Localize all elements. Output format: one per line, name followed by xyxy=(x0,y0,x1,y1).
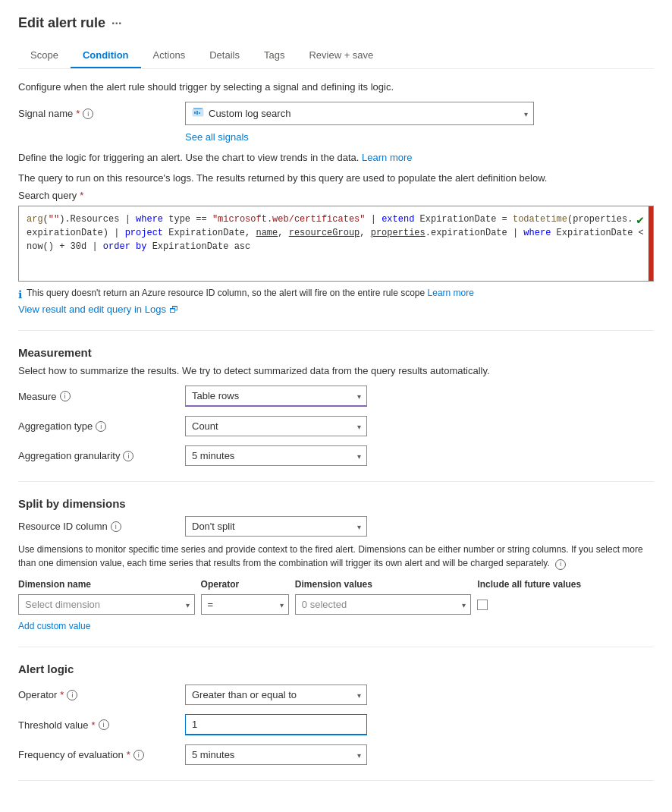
dim-header-name: Dimension name xyxy=(18,579,195,590)
external-link-icon: 🗗 xyxy=(169,304,178,315)
dim-header-operator: Operator xyxy=(201,579,289,590)
view-result-link[interactable]: View result and edit query in Logs 🗗 xyxy=(18,304,178,315)
resource-id-dropdown-wrapper: Don't split ▾ xyxy=(185,516,367,537)
split-info-inline-icon[interactable]: i xyxy=(555,559,566,570)
tab-tags[interactable]: Tags xyxy=(252,43,297,68)
agg-type-label: Aggregation type i xyxy=(18,420,185,432)
operator-chevron: ▾ xyxy=(357,691,361,699)
alert-logic-title: Alert logic xyxy=(18,663,654,675)
tab-actions[interactable]: Actions xyxy=(141,43,198,68)
resource-id-info-icon[interactable]: i xyxy=(111,521,121,532)
section-divider-bottom xyxy=(18,780,654,781)
resource-id-dropdown[interactable]: Don't split ▾ xyxy=(185,516,367,537)
dimension-val-chevron: ▾ xyxy=(462,600,466,609)
svg-rect-0 xyxy=(193,109,203,116)
frequency-dropdown[interactable]: 5 minutes ▾ xyxy=(185,744,367,765)
signal-icon xyxy=(192,106,204,121)
agg-type-dropdown[interactable]: Count ▾ xyxy=(185,416,367,436)
search-query-box[interactable]: ✔ arg("").Resources | where type == "mic… xyxy=(18,206,654,282)
operator-value: Greater than or equal to xyxy=(192,689,297,700)
agg-type-row: Aggregation type i Count ▾ xyxy=(18,416,654,436)
page-title-container: Edit alert rule ··· xyxy=(18,15,654,31)
dimension-val-dropdown-wrapper: 0 selected ▾ xyxy=(295,594,472,615)
view-result-row: View result and edit query in Logs 🗗 xyxy=(18,304,654,315)
dimensions-row-0: Select dimension ▾ = ▾ 0 selected ▾ xyxy=(18,594,654,615)
threshold-input[interactable]: 1 xyxy=(185,714,367,735)
dimension-op-dropdown-wrapper: = ▾ xyxy=(201,594,289,615)
dimension-name-dropdown-wrapper: Select dimension ▾ xyxy=(18,594,195,615)
dimension-op-value: = xyxy=(208,599,214,610)
dimension-name-dropdown[interactable]: Select dimension ▾ xyxy=(18,594,195,615)
query-notice-learn-more[interactable]: Learn more xyxy=(428,288,474,298)
threshold-required-star: * xyxy=(92,719,96,731)
tab-details[interactable]: Details xyxy=(197,43,252,68)
agg-gran-label: Aggregation granularity i xyxy=(18,450,185,461)
dimension-future-checkbox[interactable] xyxy=(477,600,488,610)
page-title-more[interactable]: ··· xyxy=(111,17,121,30)
signal-name-label: Signal name * i xyxy=(18,108,185,119)
agg-type-chevron: ▾ xyxy=(357,422,361,430)
query-content: arg("").Resources | where type == "micro… xyxy=(27,212,645,253)
operator-info-icon[interactable]: i xyxy=(67,690,77,700)
measure-dropdown-wrapper: Table rows ▾ xyxy=(185,386,367,407)
signal-required-star: * xyxy=(76,108,80,119)
tab-review[interactable]: Review + save xyxy=(297,43,385,68)
operator-dropdown[interactable]: Greater than or equal to ▾ xyxy=(185,685,367,705)
frequency-dropdown-wrapper: 5 minutes ▾ xyxy=(185,744,367,765)
threshold-info-icon[interactable]: i xyxy=(99,719,109,730)
frequency-label: Frequency of evaluation * i xyxy=(18,749,185,760)
dimension-val-dropdown[interactable]: 0 selected ▾ xyxy=(295,594,472,615)
agg-type-info-icon[interactable]: i xyxy=(96,421,106,432)
dimension-future-cell xyxy=(477,600,654,610)
dimension-name-cell: Select dimension ▾ xyxy=(18,594,195,615)
measure-info-icon[interactable]: i xyxy=(60,391,71,401)
agg-type-dropdown-wrapper: Count ▾ xyxy=(185,416,367,436)
agg-gran-value: 5 minutes xyxy=(192,450,234,461)
see-all-signals-link[interactable]: See all signals xyxy=(185,131,654,143)
measurement-title: Measurement xyxy=(18,346,654,359)
frequency-row: Frequency of evaluation * i 5 minutes ▾ xyxy=(18,744,654,765)
resource-id-row: Resource ID column i Don't split ▾ xyxy=(18,516,654,537)
condition-desc: Configure when the alert rule should tri… xyxy=(18,81,654,93)
agg-gran-dropdown-wrapper: 5 minutes ▾ xyxy=(185,445,367,466)
frequency-info-icon[interactable]: i xyxy=(133,750,144,760)
signal-dropdown-chevron: ▾ xyxy=(524,109,528,118)
tab-scope[interactable]: Scope xyxy=(18,43,71,68)
dimension-name-chevron: ▾ xyxy=(186,600,190,609)
threshold-row: Threshold value * i 1 xyxy=(18,714,654,735)
agg-gran-dropdown[interactable]: 5 minutes ▾ xyxy=(185,445,367,466)
signal-name-dropdown[interactable]: Custom log search ▾ xyxy=(185,102,534,125)
query-notice-row: ℹ This query doesn't return an Azure res… xyxy=(18,288,654,301)
section-divider-alert-logic xyxy=(18,647,654,647)
dimension-values-cell: 0 selected ▾ xyxy=(295,594,472,615)
measurement-desc: Select how to summarize the results. We … xyxy=(18,365,654,376)
dimension-val-placeholder: 0 selected xyxy=(302,599,347,610)
split-by-dimensions-section: Split by dimensions Resource ID column i… xyxy=(18,497,654,631)
resource-id-label: Resource ID column i xyxy=(18,521,185,532)
operator-label: Operator * i xyxy=(18,689,185,700)
define-logic-learn-more[interactable]: Learn more xyxy=(362,152,412,163)
add-custom-value[interactable]: Add custom value xyxy=(18,621,654,631)
resource-id-chevron: ▾ xyxy=(357,522,361,530)
signal-name-row: Signal name * i Custom log search ▾ xyxy=(18,102,654,125)
operator-row: Operator * i Greater than or equal to ▾ xyxy=(18,685,654,705)
alert-logic-section: Alert logic Operator * i Greater than or… xyxy=(18,663,654,765)
tab-condition[interactable]: Condition xyxy=(71,43,141,68)
query-required-star: * xyxy=(80,190,83,201)
dimension-op-dropdown[interactable]: = ▾ xyxy=(201,594,289,615)
agg-gran-row: Aggregation granularity i 5 minutes ▾ xyxy=(18,445,654,466)
page-title: Edit alert rule xyxy=(18,15,105,31)
dimensions-table-header: Dimension name Operator Dimension values… xyxy=(18,579,654,590)
agg-gran-info-icon[interactable]: i xyxy=(123,451,133,461)
measure-row: Measure i Table rows ▾ xyxy=(18,386,654,407)
operator-required-star: * xyxy=(60,689,64,700)
measure-value: Table rows xyxy=(192,390,239,401)
section-divider-measurement xyxy=(18,330,654,331)
measure-dropdown[interactable]: Table rows ▾ xyxy=(185,386,367,407)
agg-gran-chevron: ▾ xyxy=(357,452,361,460)
resource-id-value: Don't split xyxy=(192,521,235,532)
section-divider-split xyxy=(18,481,654,482)
query-valid-icon: ✔ xyxy=(636,212,644,228)
signal-info-icon[interactable]: i xyxy=(83,109,93,119)
dimension-operator-cell: = ▾ xyxy=(201,594,289,615)
